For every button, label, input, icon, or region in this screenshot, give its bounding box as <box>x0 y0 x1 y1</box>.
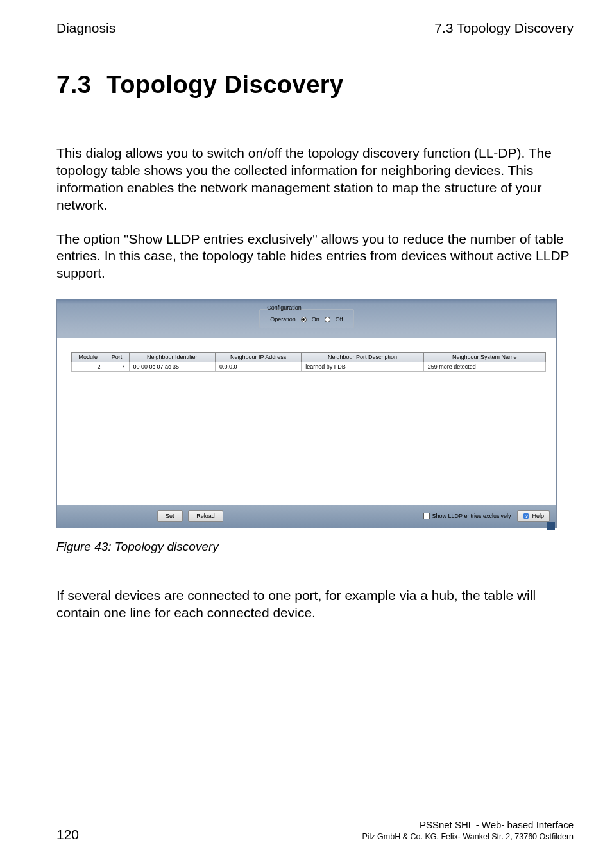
running-header-right: 7.3 Topology Discovery <box>434 21 574 36</box>
col-neighbour-port-desc[interactable]: Neighbour Port Description <box>302 353 423 362</box>
screenshot-header-bar: Configuration Operation On Off <box>57 299 556 338</box>
topology-table-area: Module Port Neighbour Identifier Neighbo… <box>57 338 556 505</box>
reload-button[interactable]: Reload <box>188 510 223 522</box>
operation-row: Operation On Off <box>270 316 343 322</box>
table-header-row: Module Port Neighbour Identifier Neighbo… <box>72 353 546 362</box>
operation-off-radio[interactable] <box>325 317 330 322</box>
col-port[interactable]: Port <box>105 353 129 362</box>
footer-product: PSSnet SHL - Web- based Interface <box>362 819 574 831</box>
table-row[interactable]: 2 7 00 00 0c 07 ac 35 0.0.0.0 learned by… <box>72 362 546 372</box>
col-neighbour-ip[interactable]: Neighbour IP Address <box>215 353 301 362</box>
col-module[interactable]: Module <box>72 353 105 362</box>
operation-on-radio[interactable] <box>301 317 307 322</box>
cell-neighbour-ip: 0.0.0.0 <box>215 362 301 372</box>
configuration-legend: Configuration <box>265 305 303 311</box>
chapter-title-text: Topology Discovery <box>106 71 343 98</box>
screenshot-footer-bar: Set Reload Show LLDP entries exclusively… <box>57 505 556 528</box>
cell-neighbour-system-name: 259 more detected <box>423 362 545 372</box>
configuration-group: Configuration Operation On Off <box>259 309 353 328</box>
chapter-heading: 7.3Topology Discovery <box>56 71 574 99</box>
lldp-exclusive-label: Show LLDP entries exclusively <box>432 513 511 519</box>
footer-right: PSSnet SHL - Web- based Interface Pilz G… <box>362 819 574 842</box>
cell-neighbour-port-desc: learned by FDB <box>302 362 423 372</box>
chapter-number: 7.3 <box>56 71 91 98</box>
topology-discovery-screenshot: Configuration Operation On Off Module <box>56 299 557 528</box>
header-rule <box>56 40 574 40</box>
paragraph-3: If several devices are connected to one … <box>56 587 574 622</box>
help-icon: ? <box>523 513 529 519</box>
cell-port: 7 <box>105 362 129 372</box>
running-header: Diagnosis 7.3 Topology Discovery <box>56 21 574 36</box>
operation-on-label: On <box>312 316 319 322</box>
col-neighbour-system-name[interactable]: Neighbour System Name <box>423 353 545 362</box>
figure-43: Configuration Operation On Off Module <box>56 299 574 528</box>
paragraph-2: The option "Show LLDP entries exclusivel… <box>56 231 574 283</box>
page-footer: 120 PSSnet SHL - Web- based Interface Pi… <box>56 819 574 842</box>
button-group: Set Reload <box>157 510 227 522</box>
set-button[interactable]: Set <box>157 510 183 522</box>
cell-module: 2 <box>72 362 105 372</box>
operation-label: Operation <box>270 316 296 322</box>
help-button[interactable]: ? Help <box>517 510 550 522</box>
help-label: Help <box>532 513 544 519</box>
page-number: 120 <box>56 827 79 842</box>
topology-table: Module Port Neighbour Identifier Neighbo… <box>71 352 546 372</box>
paragraph-1: This dialog allows you to switch on/off … <box>56 145 574 214</box>
col-neighbour-identifier[interactable]: Neighbour Identifier <box>129 353 215 362</box>
lldp-exclusive-checkbox-wrap[interactable]: Show LLDP entries exclusively <box>423 513 511 519</box>
cell-neighbour-identifier: 00 00 0c 07 ac 35 <box>129 362 215 372</box>
running-header-left: Diagnosis <box>56 21 115 36</box>
figure-caption: Figure 43: Topology discovery <box>56 540 574 554</box>
corner-badge-icon <box>547 522 555 530</box>
lldp-exclusive-checkbox[interactable] <box>423 513 430 519</box>
footer-company: Pilz GmbH & Co. KG, Felix- Wankel Str. 2… <box>362 831 574 842</box>
operation-off-label: Off <box>336 316 343 322</box>
